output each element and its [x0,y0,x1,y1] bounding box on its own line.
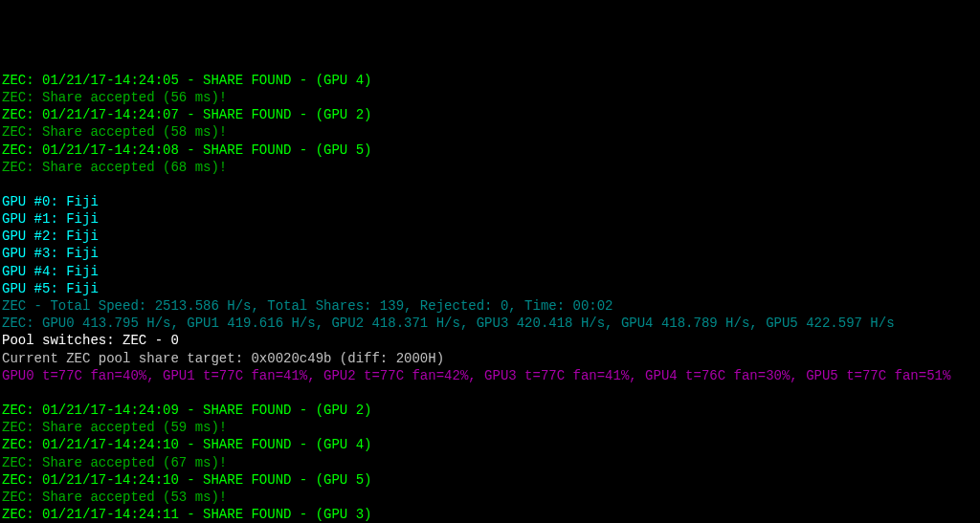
log-line: GPU #4: Fiji [2,263,978,280]
log-line: Pool switches: ZEC - 0 [2,332,978,349]
log-line: GPU #1: Fiji [2,210,978,228]
log-line: GPU #2: Fiji [2,228,978,245]
log-line: Current ZEC pool share target: 0x0020c49… [2,350,978,367]
log-line: ZEC: 01/21/17-14:24:10 - SHARE FOUND - (… [2,436,978,453]
log-line: ZEC: Share accepted (56 ms)! [2,89,978,106]
log-line: ZEC: 01/21/17-14:24:10 - SHARE FOUND - (… [2,471,978,489]
log-line: ZEC: Share accepted (68 ms)! [2,159,978,176]
log-line: ZEC: 01/21/17-14:24:11 - SHARE FOUND - (… [2,506,978,523]
log-line [2,384,978,402]
log-line: GPU #5: Fiji [2,280,978,297]
log-line: ZEC: 01/21/17-14:24:07 - SHARE FOUND - (… [2,106,978,123]
terminal-output: ZEC: 01/21/17-14:24:05 - SHARE FOUND - (… [2,72,978,523]
log-line: ZEC: Share accepted (67 ms)! [2,454,978,471]
log-line: ZEC: GPU0 413.795 H/s, GPU1 419.616 H/s,… [2,315,978,332]
log-line: GPU0 t=77C fan=40%, GPU1 t=77C fan=41%, … [2,367,978,384]
log-line: ZEC: Share accepted (58 ms)! [2,123,978,141]
log-line: ZEC: 01/21/17-14:24:05 - SHARE FOUND - (… [2,72,978,89]
log-line: ZEC: 01/21/17-14:24:08 - SHARE FOUND - (… [2,142,978,159]
log-line: GPU #0: Fiji [2,193,978,210]
log-line: ZEC - Total Speed: 2513.586 H/s, Total S… [2,297,978,315]
log-line: ZEC: 01/21/17-14:24:09 - SHARE FOUND - (… [2,402,978,419]
log-line: ZEC: Share accepted (53 ms)! [2,489,978,506]
log-line: GPU #3: Fiji [2,245,978,262]
log-line [2,176,978,193]
log-line: ZEC: Share accepted (59 ms)! [2,419,978,436]
